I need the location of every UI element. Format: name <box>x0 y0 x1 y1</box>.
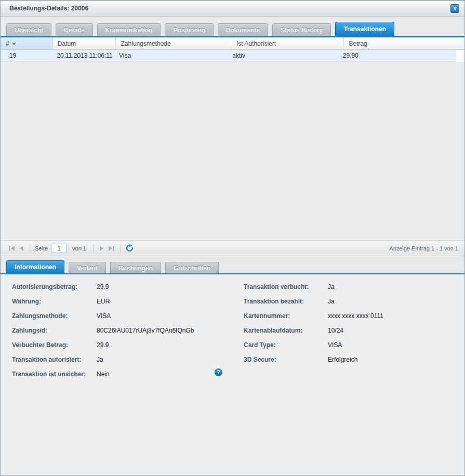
first-page-button[interactable] <box>7 244 17 253</box>
paging-toolbar: Seite von 1 Anzeige Eintrag 1 - 1 von 1 <box>1 240 464 256</box>
field-waehrung: Währung: EUR <box>12 294 232 309</box>
field-autorisierungsbetrag: Autorisierungsbetrag: 29.9 <box>12 280 232 294</box>
field-kartenablaufdatum: Kartenablaufdatum: 10/24 <box>244 323 462 338</box>
table-row[interactable]: 19 20.11.2013 11:06:11 Visa aktiv 29,90 <box>1 50 456 62</box>
column-header-id[interactable]: # <box>1 37 52 49</box>
field-transaktion-bezahlt: Transaktion bezahlt: Ja <box>244 294 462 309</box>
order-details-window: Bestellungs-Details: 20006 x Übersicht D… <box>0 0 465 476</box>
toolbar-separator <box>93 244 94 252</box>
next-page-icon <box>100 246 103 251</box>
cell-betrag: 29,90 <box>338 50 456 61</box>
last-page-icon <box>109 246 112 251</box>
field-kartennummer: Kartennummer: xxxx xxxx xxxx 0111 <box>244 309 462 323</box>
prev-page-button[interactable] <box>17 244 26 253</box>
tab-positionen[interactable]: Positionen <box>165 23 213 36</box>
information-panel: Autorisierungsbetrag: 29.9 Währung: EUR … <box>1 274 464 475</box>
field-transaktion-verbucht: Transaktion verbucht: Ja <box>244 280 462 294</box>
cell-datum: 20.11.2013 11:06:11 <box>51 50 114 61</box>
info-column-left: Autorisierungsbetrag: 29.9 Währung: EUR … <box>12 280 232 381</box>
order-tabs: Übersicht Details Kommunikation Position… <box>1 17 464 37</box>
grid-empty-area <box>1 62 464 240</box>
field-transaktion-autorisiert: Transaktion autorisiert: Ja <box>12 352 232 367</box>
tab-details[interactable]: Details <box>56 23 92 36</box>
first-page-icon <box>9 246 10 251</box>
transactions-grid-header: # Datum Zahlungsmethode Ist Authorisiert… <box>1 37 464 50</box>
field-3d-secure: 3D Secure: Erfolgreich <box>244 352 462 367</box>
tab-informationen[interactable]: Informationen <box>6 260 64 273</box>
cell-zahlungsmethode: Visa <box>114 50 227 61</box>
display-summary: Anzeige Eintrag 1 - 1 von 1 <box>389 245 458 252</box>
help-icon[interactable]: ? <box>215 368 222 376</box>
last-page-button[interactable] <box>106 244 116 253</box>
section-gap <box>1 257 464 260</box>
tab-verlauf[interactable]: Verlauf <box>69 262 106 273</box>
refresh-icon <box>125 244 134 253</box>
field-verbuchter-betrag: Verbuchter Betrag: 29.9 <box>12 338 232 352</box>
column-header-datum[interactable]: Datum <box>52 37 116 49</box>
column-header-ist-authorisiert[interactable]: Ist Authorisiert <box>231 37 344 49</box>
page-label: Seite <box>35 245 48 252</box>
column-header-zahlungsmethode[interactable]: Zahlungsmethode <box>116 37 231 49</box>
page-number-input[interactable] <box>51 244 67 253</box>
close-icon[interactable]: x <box>450 4 459 13</box>
toolbar-separator <box>30 244 30 252</box>
info-column-right: Transaktion verbucht: Ja Transaktion bez… <box>244 280 462 367</box>
field-transaktion-ist-unsicher: Transaktion ist unsicher: Nein <box>12 367 232 381</box>
prev-page-icon <box>20 246 23 251</box>
cell-id: 19 <box>1 50 51 61</box>
field-zahlungsid: Zahlungsid: 80C26IAU017rUAj3v7fQAn6fQnGb <box>12 323 232 338</box>
tab-dokumente[interactable]: Dokumente <box>218 23 268 36</box>
tab-gutschriften[interactable]: Gutschriften <box>165 262 219 273</box>
title-bar: Bestellungs-Details: 20006 x <box>1 1 464 17</box>
sort-desc-arrow-icon <box>12 43 16 45</box>
transaction-detail-tabs: Informationen Verlauf Buchungen Gutschri… <box>1 260 464 274</box>
field-zahlungsmethode: Zahlungsmethode: VISA <box>12 309 232 323</box>
grid-row-strip: 19 20.11.2013 11:06:11 Visa aktiv 29,90 <box>1 50 464 62</box>
tab-status-history[interactable]: Status History <box>272 23 331 36</box>
tab-buchungen[interactable]: Buchungen <box>110 262 161 273</box>
next-page-button[interactable] <box>97 244 106 253</box>
window-title: Bestellungs-Details: 20006 <box>9 5 88 12</box>
column-header-betrag[interactable]: Betrag <box>344 37 464 49</box>
toolbar-separator <box>120 244 121 252</box>
tab-kommunikation[interactable]: Kommunikation <box>97 23 161 36</box>
cell-ist-authorisiert: aktiv <box>227 50 338 61</box>
page-count-label: von 1 <box>72 245 86 252</box>
field-card-type: Card Type: VISA <box>244 338 462 352</box>
refresh-button[interactable] <box>124 243 135 254</box>
tab-uebersicht[interactable]: Übersicht <box>6 23 51 36</box>
tab-transaktionen[interactable]: Transaktionen <box>335 22 394 36</box>
